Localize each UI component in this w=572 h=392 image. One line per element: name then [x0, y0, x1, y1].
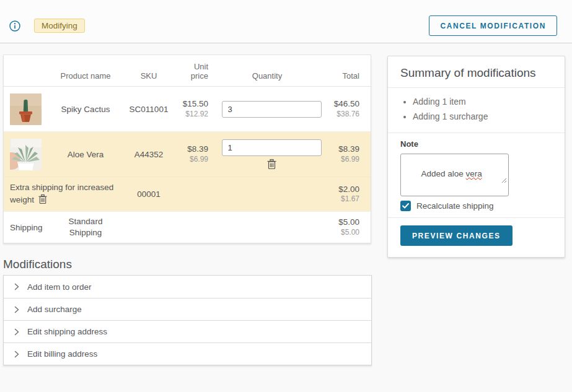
trash-icon [38, 194, 48, 204]
accordion-label: Add surcharge [27, 305, 82, 314]
note-textarea[interactable]: Added aloe vera [400, 154, 509, 196]
chevron-right-icon [14, 328, 19, 336]
line-total-original: $6.99 [326, 155, 359, 165]
info-icon[interactable] [9, 20, 20, 32]
accordion-add-item-to-order[interactable]: Add item to order [4, 276, 371, 298]
shipping-row-label: Shipping [10, 223, 51, 232]
modifications-accordion: Add item to order Add surcharge Edit shi… [3, 275, 372, 365]
product-image-aloe [10, 139, 42, 170]
unit-price: $8.39 [177, 144, 208, 155]
line-total-original: $38.76 [326, 110, 359, 120]
line-total-original: $5.00 [326, 228, 359, 238]
textarea-resize-handle[interactable] [482, 167, 507, 194]
cancel-modification-button[interactable]: CANCEL MODIFICATION [429, 15, 557, 36]
chevron-right-icon [14, 283, 19, 290]
status-badge: Modifying [34, 19, 85, 33]
accordion-edit-shipping-address[interactable]: Edit shipping address [4, 320, 371, 342]
surcharge-name: Extra shipping for increased weight [10, 183, 113, 204]
table-row-shipping: Shipping Standard Shipping $5.00 $5.00 [4, 211, 371, 243]
column-header-total: Total [326, 71, 359, 81]
top-bar: Modifying CANCEL MODIFICATION [0, 0, 572, 43]
note-label: Note [400, 139, 552, 149]
modification-summary-list: Adding 1 item Adding 1 surcharge [388, 88, 565, 133]
product-name: Aloe Vera [51, 150, 120, 159]
accordion-label: Edit billing address [27, 349, 97, 359]
note-text-misspelled: vera [466, 169, 482, 178]
column-header-quantity: Quantity [208, 71, 326, 81]
table-row-highlighted: Aloe Vera A44352 $8.39 $6.99 $8.39 $6.99 [4, 131, 371, 176]
quantity-input[interactable] [222, 139, 322, 156]
recalculate-shipping-row: Recalculate shipping [400, 201, 552, 211]
unit-price-original: $6.99 [177, 155, 208, 165]
line-total-original: $1.67 [326, 194, 359, 204]
column-header-product-name: Product name [51, 71, 120, 81]
unit-price-original: $12.92 [177, 110, 208, 120]
chevron-right-icon [14, 306, 19, 313]
preview-changes-button[interactable]: PREVIEW CHANGES [400, 225, 513, 246]
trash-icon [266, 159, 277, 170]
product-sku: SC011001 [120, 105, 177, 114]
accordion-label: Add item to order [27, 282, 92, 292]
column-header-sku: SKU [120, 71, 177, 81]
column-header-unit-price: Unit price [177, 62, 208, 81]
line-total: $8.39 [326, 144, 359, 155]
line-total: $2.00 [326, 184, 359, 195]
delete-item-button[interactable] [266, 159, 277, 170]
shipping-method: Standard Shipping [63, 216, 108, 238]
note-text: Added aloe [421, 169, 466, 178]
table-row: Spiky Cactus SC011001 $15.50 $12.92 $46.… [4, 87, 371, 131]
accordion-edit-billing-address[interactable]: Edit billing address [4, 342, 371, 365]
unit-price: $15.50 [177, 98, 208, 110]
summary-title: Summary of modifications [388, 56, 565, 87]
check-icon [402, 203, 409, 209]
recalculate-shipping-label[interactable]: Recalculate shipping [416, 201, 494, 211]
summary-of-modifications-panel: Summary of modifications Adding 1 item A… [387, 56, 565, 258]
product-image-cactus [10, 94, 42, 125]
modifications-title: Modifications [3, 258, 72, 271]
recalculate-shipping-checkbox[interactable] [400, 201, 411, 211]
delete-surcharge-button[interactable] [34, 194, 48, 204]
accordion-add-surcharge[interactable]: Add surcharge [4, 298, 371, 320]
accordion-label: Edit shipping address [27, 327, 107, 336]
table-header-row: Product name SKU Unit price Quantity Tot… [4, 55, 371, 87]
surcharge-sku: 00001 [120, 189, 177, 199]
table-row-surcharge: Extra shipping for increased weight 0000… [4, 176, 371, 211]
order-items-table: Product name SKU Unit price Quantity Tot… [3, 54, 371, 243]
product-name: Spiky Cactus [51, 105, 120, 114]
summary-bullet: Adding 1 item [413, 94, 552, 109]
quantity-input[interactable] [222, 101, 322, 118]
product-sku: A44352 [120, 150, 177, 159]
line-total: $5.00 [326, 217, 359, 228]
line-total: $46.50 [326, 98, 359, 110]
chevron-right-icon [14, 351, 19, 358]
summary-bullet: Adding 1 surcharge [413, 109, 552, 124]
